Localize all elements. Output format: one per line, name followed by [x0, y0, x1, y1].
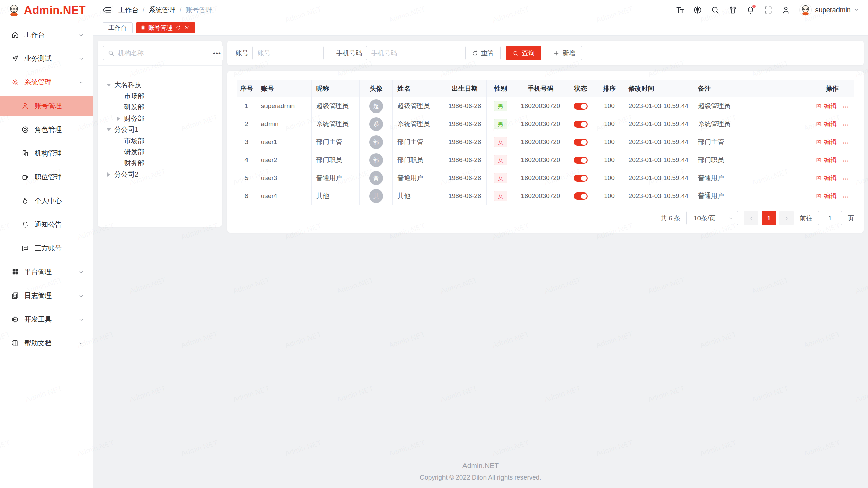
cell-account: superadmin: [256, 97, 311, 115]
sidebar-item-position-management[interactable]: 职位管理: [0, 167, 93, 187]
toggle-knob: [581, 158, 587, 163]
status-toggle[interactable]: [574, 192, 588, 200]
sidebar-item-org-management[interactable]: 机构管理: [0, 143, 93, 163]
more-actions-button[interactable]: [842, 158, 849, 164]
org-more-button[interactable]: •••: [211, 46, 223, 60]
page-number-button[interactable]: 1: [762, 211, 776, 225]
status-toggle[interactable]: [574, 103, 588, 110]
tree-node-label: 财务部: [124, 159, 144, 168]
tree-node[interactable]: 财务部: [103, 113, 217, 124]
sidebar-item-log-management[interactable]: 日志管理: [0, 285, 93, 306]
sidebar-item-role-management[interactable]: 角色管理: [0, 119, 93, 140]
cell-nickname: 其他: [311, 187, 360, 205]
tree-node[interactable]: 研发部: [103, 102, 217, 113]
cell-gender: 女: [487, 169, 515, 187]
edit-button[interactable]: 编辑: [816, 156, 837, 164]
column-header-actions: 操作: [810, 80, 854, 97]
user-menu[interactable]: superadmin: [799, 4, 859, 16]
sidebar-item-notice[interactable]: 通知公告: [0, 214, 93, 235]
tree-expand-icon[interactable]: [103, 83, 114, 87]
menu-fold-icon[interactable]: [102, 5, 112, 15]
pager: 1: [744, 211, 794, 225]
tree-node[interactable]: 分公司2: [103, 169, 217, 180]
tree-node-label: 分公司1: [114, 125, 138, 134]
logo[interactable]: Admin.NET: [0, 0, 93, 20]
sidebar-item-help-docs[interactable]: 帮助文档: [0, 333, 93, 353]
fullscreen-icon[interactable]: [764, 6, 772, 14]
more-actions-button[interactable]: [842, 140, 849, 146]
sidebar-item-third-party-account[interactable]: 三方账号: [0, 238, 93, 258]
account-input[interactable]: [252, 46, 324, 60]
tree-node[interactable]: 市场部: [103, 135, 217, 146]
add-button[interactable]: 新增: [547, 46, 582, 60]
chevron-down-icon: [78, 269, 84, 275]
edit-button[interactable]: 编辑: [816, 120, 837, 128]
tree-expand-icon[interactable]: [113, 117, 124, 121]
row-avatar: 其: [369, 189, 383, 203]
font-size-icon[interactable]: [676, 6, 684, 14]
more-actions-button[interactable]: [842, 176, 849, 182]
status-toggle[interactable]: [574, 157, 588, 164]
status-toggle[interactable]: [574, 139, 588, 146]
breadcrumb-item[interactable]: 工作台: [118, 5, 139, 15]
status-toggle[interactable]: [574, 121, 588, 128]
sidebar-item-system-management[interactable]: 系统管理: [0, 72, 93, 92]
tree-expand-icon[interactable]: [103, 128, 114, 132]
page-size-select[interactable]: 10条/页: [686, 211, 738, 225]
breadcrumb-item[interactable]: 系统管理: [149, 5, 176, 15]
org-search-input[interactable]: [117, 49, 202, 57]
sidebar-item-account-management[interactable]: 账号管理: [0, 96, 93, 116]
close-icon[interactable]: [184, 25, 190, 30]
toggle-knob: [581, 140, 587, 145]
goto-unit: 页: [848, 214, 854, 223]
sidebar-item-label: 工作台: [24, 30, 78, 39]
edit-icon: [816, 139, 822, 145]
goto-page-input[interactable]: [818, 211, 842, 225]
toggle-knob: [581, 176, 587, 181]
prev-page-button[interactable]: [744, 211, 758, 225]
sidebar-item-personal-center[interactable]: 个人中心: [0, 190, 93, 211]
tree-expand-icon[interactable]: [103, 172, 114, 177]
next-page-button[interactable]: [779, 211, 794, 225]
sidebar-item-workbench[interactable]: 工作台: [0, 24, 93, 45]
sidebar-item-business-test[interactable]: 业务测试: [0, 48, 93, 68]
cell-remark: 普通用户: [693, 169, 810, 187]
reset-button[interactable]: 重置: [465, 46, 501, 60]
tree-node[interactable]: 财务部: [103, 158, 217, 169]
tree-node[interactable]: 市场部: [103, 90, 217, 102]
tree-node[interactable]: 研发部: [103, 146, 217, 158]
query-button[interactable]: 查询: [506, 46, 541, 60]
language-icon[interactable]: [693, 6, 702, 14]
cell-status: [566, 133, 595, 151]
cell-modified: 2023-01-03 10:59:44: [624, 151, 693, 169]
cell-sort: 100: [595, 187, 624, 205]
more-actions-button[interactable]: [842, 122, 849, 128]
edit-button[interactable]: 编辑: [816, 102, 837, 110]
breadcrumb: 工作台/系统管理/账号管理: [118, 5, 213, 15]
right-column: 账号 手机号码 重置 查询 新增 序: [227, 41, 864, 233]
third-party-icon: [21, 244, 29, 252]
sidebar-item-platform-management[interactable]: 平台管理: [0, 262, 93, 282]
tree-node[interactable]: 大名科技: [103, 79, 217, 90]
theme-icon[interactable]: [729, 6, 737, 14]
edit-button[interactable]: 编辑: [816, 191, 837, 200]
status-toggle[interactable]: [574, 175, 588, 182]
tab-active[interactable]: 账号管理: [136, 22, 195, 33]
user-icon[interactable]: [782, 6, 790, 14]
refresh-icon[interactable]: [176, 25, 181, 30]
edit-button[interactable]: 编辑: [816, 138, 837, 146]
tree-node[interactable]: 分公司1: [103, 124, 217, 135]
phone-input[interactable]: [366, 46, 437, 60]
sidebar-item-dev-tools[interactable]: 开发工具: [0, 309, 93, 329]
edit-button[interactable]: 编辑: [816, 174, 837, 182]
more-actions-button[interactable]: [842, 104, 849, 110]
cell-sort: 100: [595, 97, 624, 115]
cell-index: 5: [237, 169, 256, 187]
cell-status: [566, 97, 595, 115]
more-actions-button[interactable]: [842, 194, 849, 200]
search-icon[interactable]: [711, 6, 719, 14]
chevron-down-icon: [728, 216, 733, 221]
tab-item[interactable]: 工作台: [103, 22, 133, 33]
notification-icon[interactable]: [746, 6, 755, 14]
sidebar-item-label: 三方账号: [35, 244, 84, 253]
